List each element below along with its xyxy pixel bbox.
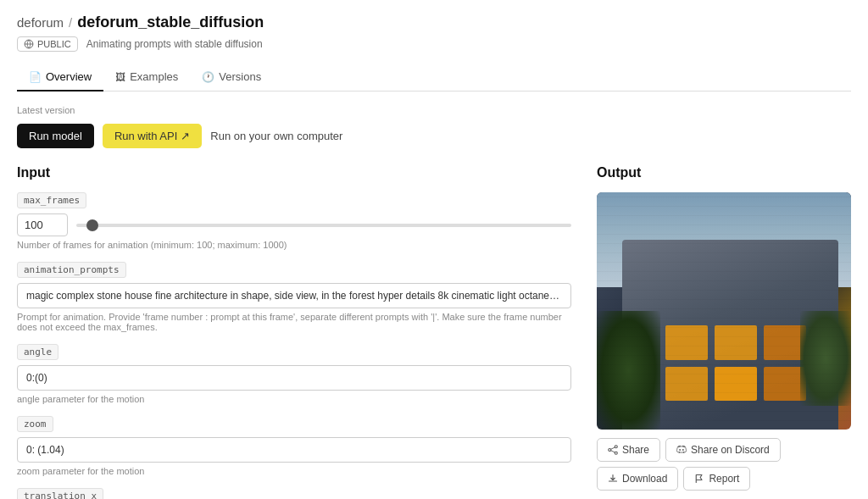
tab-overview[interactable]: 📄 Overview <box>17 64 103 91</box>
output-section-title: Output <box>597 165 851 180</box>
svg-point-4 <box>679 449 681 451</box>
output-section: Output <box>597 165 851 499</box>
angle-hint: angle parameter for the motion <box>17 394 571 404</box>
translation-x-field: translation_x <box>17 488 571 499</box>
svg-point-1 <box>615 446 617 448</box>
animation-prompts-field: animation_prompts Prompt for animation. … <box>17 262 571 332</box>
angle-input[interactable] <box>17 365 571 391</box>
public-badge: PUBLIC <box>17 36 78 52</box>
share-icon <box>608 445 618 455</box>
versions-icon: 🕐 <box>202 71 214 83</box>
tab-versions[interactable]: 🕐 Versions <box>190 64 273 91</box>
run-on-computer-button[interactable]: Run on your own computer <box>210 130 342 142</box>
run-with-api-button[interactable]: Run with API ↗ <box>103 124 202 148</box>
subtitle-row: PUBLIC Animating prompts with stable dif… <box>17 36 851 52</box>
org-link[interactable]: deforum <box>17 15 64 30</box>
animation-prompts-label: animation_prompts <box>17 262 126 278</box>
zoom-field: zoom zoom parameter for the motion <box>17 416 571 476</box>
breadcrumb-separator: / <box>69 15 72 30</box>
max-frames-label: max_frames <box>17 192 86 208</box>
repo-title[interactable]: deforum_stable_diffusion <box>77 14 264 31</box>
download-icon <box>608 474 618 484</box>
angle-field: angle angle parameter for the motion <box>17 344 571 404</box>
max-frames-hint: Number of frames for animation (minimum:… <box>17 240 571 250</box>
animation-prompts-hint: Prompt for animation. Provide 'frame num… <box>17 312 571 332</box>
angle-label: angle <box>17 344 58 360</box>
main-layout: Input max_frames Number of frames for an… <box>17 165 851 499</box>
share-button[interactable]: Share <box>597 438 660 462</box>
svg-point-3 <box>609 449 611 452</box>
tab-examples[interactable]: 🖼 Examples <box>103 64 190 91</box>
flag-icon <box>694 474 704 484</box>
max-frames-slider[interactable] <box>76 224 571 227</box>
svg-point-5 <box>682 449 684 451</box>
report-button[interactable]: Report <box>683 467 750 491</box>
input-section-title: Input <box>17 165 571 180</box>
output-buttons: Share Share on Discord Download <box>597 438 851 491</box>
run-model-button[interactable]: Run model <box>17 124 94 148</box>
output-canvas <box>597 192 851 430</box>
zoom-label: zoom <box>17 416 53 432</box>
latest-version-label: Latest version <box>17 105 851 115</box>
repo-description: Animating prompts with stable diffusion <box>86 38 263 50</box>
breadcrumb: deforum / deforum_stable_diffusion <box>17 14 851 31</box>
external-link-icon: ↗ <box>181 130 190 142</box>
zoom-hint: zoom parameter for the motion <box>17 466 571 476</box>
slider-thumb[interactable] <box>86 219 98 231</box>
translation-x-label: translation_x <box>17 488 103 499</box>
action-row: Run model Run with API ↗ Run on your own… <box>17 124 851 148</box>
overview-icon: 📄 <box>29 71 42 83</box>
tabs-nav: 📄 Overview 🖼 Examples 🕐 Versions <box>17 64 851 91</box>
animation-prompts-input[interactable] <box>17 283 571 308</box>
examples-icon: 🖼 <box>115 71 125 83</box>
globe-icon <box>24 39 34 49</box>
max-frames-field: max_frames Number of frames for animatio… <box>17 192 571 250</box>
input-section: Input max_frames Number of frames for an… <box>17 165 571 499</box>
download-button[interactable]: Download <box>597 467 678 491</box>
zoom-input[interactable] <box>17 437 571 463</box>
max-frames-input[interactable] <box>17 213 68 236</box>
svg-point-2 <box>615 452 617 454</box>
texture-overlay <box>597 192 851 430</box>
max-frames-slider-row <box>17 213 571 236</box>
share-discord-button[interactable]: Share on Discord <box>665 438 781 462</box>
discord-icon <box>676 445 687 455</box>
public-badge-label: PUBLIC <box>37 39 71 49</box>
output-image <box>597 192 851 430</box>
